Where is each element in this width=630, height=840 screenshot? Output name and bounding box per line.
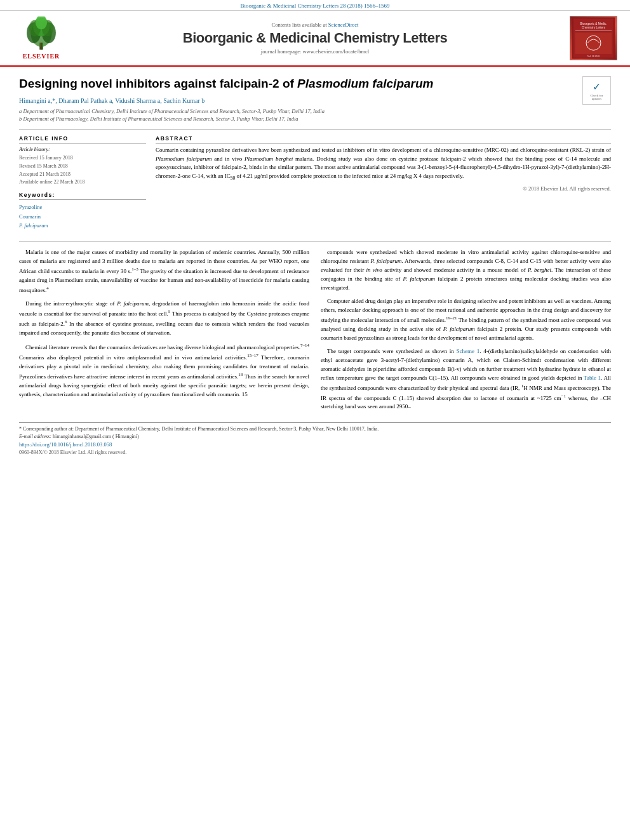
svg-text:Bioorganic & Medic.: Bioorganic & Medic.	[580, 22, 607, 25]
affiliations: a Department of Pharmaceutical Chemistry…	[19, 107, 571, 124]
article-history: Article history: Received 15 January 201…	[19, 146, 146, 187]
svg-text:Vol. 28 2018: Vol. 28 2018	[587, 55, 600, 58]
table-link[interactable]: Table 1	[584, 375, 601, 381]
abstract-section: ABSTRACT Coumarin containing pyrazoline …	[156, 135, 611, 235]
issn-line: 0960-894X/© 2018 Elsevier Ltd. All right…	[19, 450, 611, 455]
email-link[interactable]: himanginhansal@gmail.com	[53, 434, 111, 439]
article-info-panel: ARTICLE INFO Article history: Received 1…	[19, 135, 146, 235]
article-info-abstract: ARTICLE INFO Article history: Received 1…	[19, 130, 611, 235]
science-direct-text: Contents lists available at ScienceDirec…	[70, 22, 560, 28]
science-direct-link[interactable]: ScienceDirect	[328, 22, 359, 28]
doi-line: https://doi.org/10.1016/j.bmcl.2018.03.0…	[19, 441, 611, 448]
body-para-3: Chemical literature reveals that the cou…	[19, 342, 309, 399]
journal-title-section: Contents lists available at ScienceDirec…	[70, 22, 560, 55]
footnotes: * Corresponding author at: Department of…	[19, 422, 611, 455]
article-history-section: ARTICLE INFO Article history: Received 1…	[19, 135, 146, 187]
article-title: Designing novel inhibitors against falci…	[19, 76, 571, 92]
journal-cover-image: Bioorganic & Medic. Chemistry Letters Vo…	[570, 16, 617, 60]
doi-link[interactable]: https://doi.org/10.1016/j.bmcl.2018.03.0…	[19, 441, 112, 448]
copyright-line: © 2018 Elsevier Ltd. All rights reserved…	[156, 185, 611, 192]
check-updates-badge: ✓ Check forupdates	[582, 76, 611, 105]
body-para-1: Malaria is one of the major causes of mo…	[19, 248, 309, 295]
keywords-header: Keywords:	[19, 192, 146, 200]
journal-homepage: journal homepage: www.elsevier.com/locat…	[70, 48, 560, 55]
elsevier-label: ELSEVIER	[23, 53, 60, 60]
elsevier-tree-icon	[19, 17, 64, 51]
elsevier-logo: ELSEVIER	[13, 17, 70, 60]
journal-title: Bioorganic & Medicinal Chemistry Letters	[70, 30, 560, 46]
title-check-row: Designing novel inhibitors against falci…	[19, 76, 611, 130]
body-text: Malaria is one of the major causes of mo…	[19, 248, 611, 416]
cover-svg: Bioorganic & Medic. Chemistry Letters Vo…	[572, 17, 615, 60]
body-para-6: The target compounds were synthesized as…	[321, 347, 611, 412]
body-left-column: Malaria is one of the major causes of mo…	[19, 248, 309, 416]
keywords-list: Pyrazoline Coumarin P. falciparum	[19, 203, 146, 230]
check-icon: ✓	[593, 81, 601, 93]
body-para-2: During the intra-erythrocytic stage of P…	[19, 300, 309, 338]
journal-header: ELSEVIER Contents lists available at Sci…	[0, 11, 630, 67]
scheme-link[interactable]: Scheme 1	[456, 348, 479, 354]
keywords-section: Keywords: Pyrazoline Coumarin P. falcipa…	[19, 192, 146, 230]
abstract-text: Coumarin containing pyrazoline derivativ…	[156, 146, 611, 182]
article-info-header: ARTICLE INFO	[19, 135, 146, 143]
elsevier-logo-section: ELSEVIER	[13, 17, 70, 60]
footnote-corresponding: * Corresponding author at: Department of…	[19, 426, 611, 432]
journal-citation: Bioorganic & Medicinal Chemistry Letters…	[0, 0, 630, 11]
citation-text: Bioorganic & Medicinal Chemistry Letters…	[240, 3, 389, 9]
main-content: Designing novel inhibitors against falci…	[0, 67, 630, 465]
body-para-4: compounds were synthesized which showed …	[321, 248, 611, 293]
body-para-5: Computer aided drug design play an imper…	[321, 297, 611, 343]
abstract-header: ABSTRACT	[156, 135, 611, 143]
title-authors-block: Designing novel inhibitors against falci…	[19, 76, 571, 130]
journal-cover: Bioorganic & Medic. Chemistry Letters Vo…	[560, 16, 617, 60]
svg-text:Chemistry Letters: Chemistry Letters	[582, 26, 606, 29]
footnote-email: E-mail address: himanginhansal@gmail.com…	[19, 434, 611, 439]
section-divider	[19, 241, 611, 242]
body-right-column: compounds were synthesized which showed …	[321, 248, 611, 416]
authors-list: Himangini a,*, Dharam Pal Pathak a, Vidu…	[19, 97, 571, 104]
